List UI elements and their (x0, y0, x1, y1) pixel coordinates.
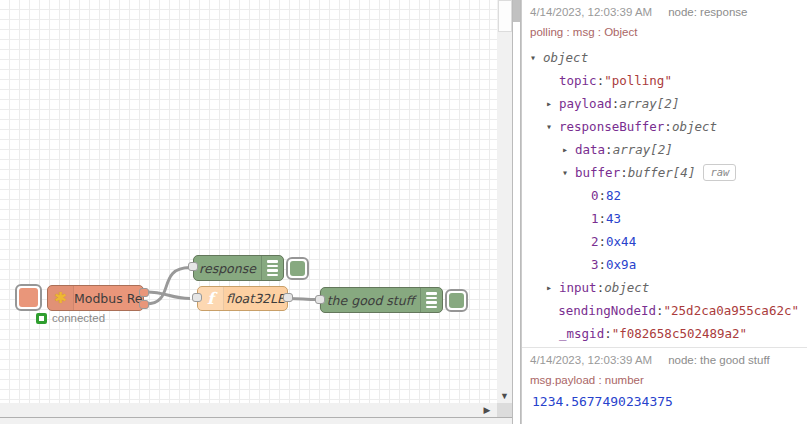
object-key: topic (559, 73, 604, 88)
object-key: responseBuffer (559, 119, 672, 134)
wire-modbus-to-float32[interactable] (146, 292, 190, 299)
value-number: 82 (606, 188, 621, 203)
value-string: "25d2ca0a955ca62c" (664, 303, 799, 318)
source-node: node: response (668, 6, 747, 18)
flow-canvas[interactable]: ✱ Modbus Read connected response f float… (0, 0, 497, 403)
tree-row: 1 43 (530, 207, 799, 230)
asterisk-icon: ✱ (48, 286, 74, 310)
wires-layer (0, 0, 497, 403)
scrollbar-corner (497, 403, 512, 417)
object-key: 2 (591, 234, 606, 249)
debug-list-icon (420, 288, 442, 312)
debug-payload-value: 1234.5677490234375 (530, 394, 799, 418)
value-type: array[2] (619, 96, 679, 111)
value-number: 0x9a (606, 257, 636, 272)
object-key: 3 (591, 257, 606, 272)
object-key: buffer (575, 165, 628, 180)
debug-message-meta: 4/14/2023, 12:03:39 AM node: the good st… (530, 352, 799, 374)
raw-toggle-button[interactable]: raw (703, 164, 736, 181)
caret-down-icon[interactable] (546, 121, 559, 132)
object-key: data (575, 142, 613, 157)
tree-row[interactable]: buffer buffer[4] raw (530, 161, 799, 184)
tree-row[interactable]: input object (530, 276, 799, 299)
sidebar-scrollbar-thumb[interactable] (513, 0, 520, 22)
caret-down-icon[interactable] (562, 167, 575, 178)
status-text: connected (52, 312, 105, 324)
tree-row: topic "polling" (530, 69, 799, 92)
canvas-vertical-scrollbar[interactable]: ▼ (497, 0, 512, 403)
caret-down-icon[interactable] (530, 52, 543, 63)
tree-row[interactable]: payload array[2] (530, 92, 799, 115)
value-type: object (604, 280, 649, 295)
value-string: "polling" (604, 73, 672, 88)
source-node: node: the good stuff (668, 354, 769, 366)
canvas-horizontal-scrollbar[interactable]: ▶ (0, 403, 512, 417)
node-response[interactable]: response (193, 255, 284, 281)
debug-object-tree: object topic "polling" payload array[2] … (530, 46, 799, 345)
node-modbus-read[interactable]: ✱ Modbus Read (47, 285, 144, 311)
node-label: response (194, 261, 261, 276)
goodstuff-debug-toggle[interactable] (445, 289, 468, 312)
value-type: object (543, 50, 588, 65)
object-key: input (559, 280, 604, 295)
modbus-output-port-1[interactable] (139, 288, 149, 297)
arrow-right-icon[interactable]: ▶ (480, 403, 494, 417)
tree-row: 0 82 (530, 184, 799, 207)
timestamp: 4/14/2023, 12:03:39 AM (530, 354, 652, 366)
wire-float32-to-goodstuff[interactable] (289, 299, 317, 300)
vscroll-thumb[interactable] (498, 0, 512, 32)
tree-row: _msgid "f082658c502489a2" (530, 322, 799, 345)
debug-sidebar: 4/14/2023, 12:03:39 AM node: response po… (521, 0, 807, 424)
value-number: 43 (606, 211, 621, 226)
value-string: "f082658c502489a2" (612, 326, 747, 341)
value-type: object (672, 119, 717, 134)
object-key: _msgid (559, 326, 612, 341)
node-float32le[interactable]: f float32LE (197, 286, 288, 311)
caret-right-icon[interactable] (546, 98, 559, 109)
value-number: 0x44 (606, 234, 636, 249)
debug-message: 4/14/2023, 12:03:39 AM node: response po… (522, 0, 807, 348)
timestamp: 4/14/2023, 12:03:39 AM (530, 6, 652, 18)
caret-right-icon[interactable] (562, 144, 575, 155)
node-label: Modbus Read (74, 291, 143, 306)
debug-message-subject: msg.payload : number (530, 374, 799, 394)
modbus-output-port-2[interactable] (139, 300, 149, 309)
tree-row: 2 0x44 (530, 230, 799, 253)
debug-list-icon (261, 256, 283, 280)
sidebar-splitter[interactable] (512, 0, 521, 424)
object-key: 1 (591, 211, 606, 226)
tree-row: 3 0x9a (530, 253, 799, 276)
value-type: buffer[4] (628, 165, 696, 180)
debug-message: 4/14/2023, 12:03:39 AM node: the good st… (522, 348, 807, 420)
float32-output-port[interactable] (283, 293, 293, 302)
node-the-good-stuff[interactable]: the good stuff (320, 287, 443, 313)
object-key: sendingNodeId (558, 303, 663, 318)
float32-input-port[interactable] (192, 293, 202, 302)
tree-row: sendingNodeId "25d2ca0a955ca62c" (530, 299, 799, 322)
debug-message-meta: 4/14/2023, 12:03:39 AM node: response (530, 4, 799, 26)
caret-right-icon[interactable] (546, 282, 559, 293)
node-label: float32LE (224, 291, 287, 306)
tree-row[interactable]: object (530, 46, 799, 69)
object-key: 0 (591, 188, 606, 203)
node-status: connected (36, 312, 105, 324)
tree-row[interactable]: data array[2] (530, 138, 799, 161)
response-debug-toggle[interactable] (286, 257, 309, 280)
debug-message-subject: polling : msg : Object (530, 26, 799, 46)
value-type: array[2] (613, 142, 673, 157)
node-red-window: ✱ Modbus Read connected response f float… (0, 0, 807, 424)
response-input-port[interactable] (188, 262, 198, 271)
goodstuff-input-port[interactable] (315, 295, 325, 304)
object-key: payload (559, 96, 619, 111)
bottom-chrome-bar (0, 417, 512, 424)
node-label: the good stuff (321, 293, 420, 308)
tree-row[interactable]: responseBuffer object (530, 115, 799, 138)
status-ring-icon (36, 313, 47, 324)
modbus-node-button[interactable] (15, 284, 42, 311)
arrow-down-icon[interactable]: ▼ (497, 389, 512, 403)
